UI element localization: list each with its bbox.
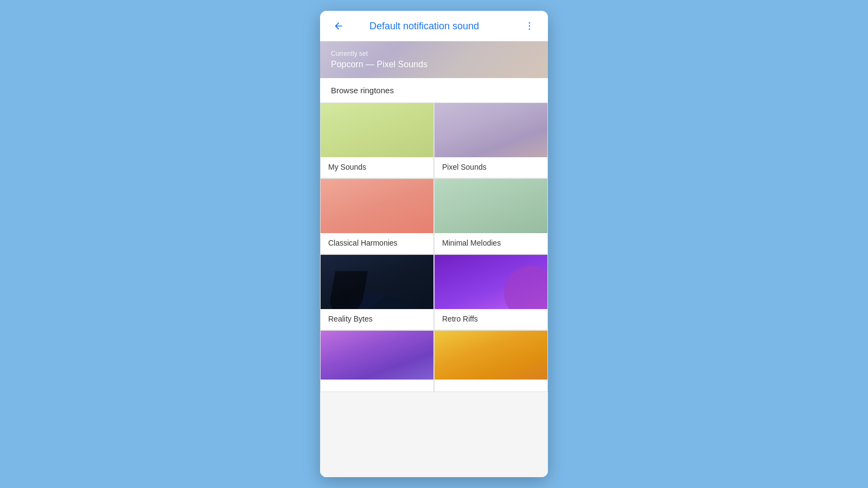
svg-point-1 bbox=[529, 25, 531, 27]
category-purple-wave[interactable] bbox=[320, 330, 434, 392]
phone-screen: Default notification sound Currently set… bbox=[320, 11, 548, 477]
pixel-sounds-thumbnail bbox=[435, 103, 547, 157]
grid-container[interactable]: My Sounds Pixel Sounds Classical Harmoni… bbox=[320, 102, 548, 477]
browse-section: Browse ringtones bbox=[320, 78, 548, 102]
reality-bytes-label: Reality Bytes bbox=[321, 309, 433, 330]
currently-set-value: Popcorn — Pixel Sounds bbox=[331, 60, 537, 69]
reality-bytes-thumbnail bbox=[321, 255, 433, 309]
categories-grid: My Sounds Pixel Sounds Classical Harmoni… bbox=[320, 102, 548, 392]
category-retro-riffs[interactable]: Retro Riffs bbox=[434, 254, 548, 330]
category-pixel-sounds[interactable]: Pixel Sounds bbox=[434, 102, 548, 178]
minimal-label: Minimal Melodies bbox=[435, 233, 547, 254]
svg-point-0 bbox=[529, 22, 531, 24]
svg-point-2 bbox=[529, 29, 531, 30]
my-sounds-label: My Sounds bbox=[321, 157, 433, 178]
page-title: Default notification sound bbox=[329, 21, 520, 32]
currently-set-label: Currently set bbox=[331, 50, 537, 57]
my-sounds-thumbnail bbox=[321, 103, 433, 157]
category-reality-bytes[interactable]: Reality Bytes bbox=[320, 254, 434, 330]
category-minimal-melodies[interactable]: Minimal Melodies bbox=[434, 178, 548, 254]
pixel-sounds-label: Pixel Sounds bbox=[435, 157, 547, 178]
orange-wave-label bbox=[435, 380, 547, 391]
retro-riffs-thumbnail bbox=[435, 255, 547, 309]
category-my-sounds[interactable]: My Sounds bbox=[320, 102, 434, 178]
topbar: Default notification sound bbox=[320, 11, 548, 41]
minimal-thumbnail bbox=[435, 179, 547, 233]
browse-label: Browse ringtones bbox=[331, 86, 537, 95]
retro-riffs-label: Retro Riffs bbox=[435, 309, 547, 330]
classical-label: Classical Harmonies bbox=[321, 233, 433, 254]
category-classical-harmonies[interactable]: Classical Harmonies bbox=[320, 178, 434, 254]
classical-thumbnail bbox=[321, 179, 433, 233]
category-orange-wave[interactable] bbox=[434, 330, 548, 392]
more-options-button[interactable] bbox=[520, 16, 539, 36]
currently-set-banner: Currently set Popcorn — Pixel Sounds bbox=[320, 41, 548, 78]
purple-wave-label bbox=[321, 380, 433, 391]
purple-wave-thumbnail bbox=[321, 331, 433, 380]
orange-wave-thumbnail bbox=[435, 331, 547, 380]
